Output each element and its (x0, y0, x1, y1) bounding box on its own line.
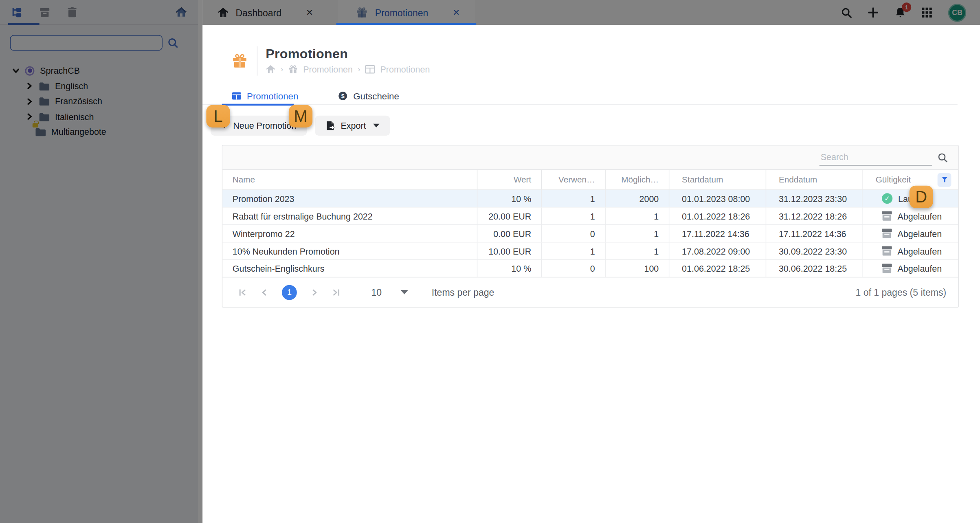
course-tree: SprachCB Englisch Französisch Italienisc… (0, 57, 198, 140)
first-page-button[interactable] (239, 288, 247, 296)
folder-icon (35, 127, 46, 136)
notifications-bell-icon[interactable]: 1 (894, 7, 906, 18)
search-icon[interactable] (938, 152, 948, 163)
breadcrumb-item[interactable]: Promotionen (380, 64, 430, 75)
tab-dashboard[interactable]: Dashboard ✕ (202, 0, 327, 25)
table-icon (232, 92, 241, 100)
tab-label: Gutscheine (353, 91, 399, 101)
home-icon[interactable] (266, 65, 276, 74)
column-header-enddatum[interactable]: Enddatum (766, 170, 862, 189)
status-active-icon: ✓ (882, 193, 892, 204)
column-header-name[interactable]: Name (222, 170, 477, 189)
gift-icon (231, 53, 248, 69)
window-tabbar: Dashboard ✕ Promotionen ✕ 1 CB (202, 0, 980, 25)
tree-node-franzoesisch[interactable]: Französisch (0, 94, 198, 109)
table-row[interactable]: 10% Neukunden Promotion 10.00 EUR 1 1 17… (222, 242, 958, 259)
table-icon (365, 65, 376, 74)
next-page-button[interactable] (312, 288, 317, 296)
tree-node-italienisch[interactable]: Italienisch (0, 109, 198, 125)
trash-icon[interactable] (66, 7, 78, 18)
home-icon (218, 7, 229, 18)
chevron-down-icon (373, 124, 379, 127)
chevron-right-icon[interactable] (26, 98, 33, 105)
tree-node-label[interactable]: Multiangebote (51, 127, 106, 137)
chevron-right-icon[interactable] (26, 113, 33, 120)
prev-page-button[interactable] (262, 288, 267, 296)
notification-count-badge: 1 (902, 2, 911, 12)
sidebar-search-input[interactable] (10, 35, 163, 51)
tab-label: Dashboard (235, 7, 281, 18)
status-expired-icon (882, 229, 892, 238)
add-icon[interactable] (868, 7, 879, 18)
status-expired-icon (882, 264, 892, 273)
page-size-select[interactable]: 10 (371, 287, 408, 297)
status-expired-icon (882, 246, 892, 256)
annotation-badge-M: M (289, 105, 312, 127)
tab-label: Promotionen (247, 91, 298, 101)
filter-funnel-icon (941, 176, 948, 183)
tree-node-root[interactable]: SprachCB (0, 63, 198, 79)
tab-gutscheine[interactable]: $ Gutscheine (338, 87, 399, 105)
gift-icon (356, 6, 368, 19)
pagination-summary: 1 of 1 pages (5 items) (856, 287, 947, 297)
filter-button[interactable] (938, 173, 951, 187)
table-header-row: Name Wert Verwen… Möglich… Startdatum En… (222, 170, 958, 189)
coupon-dollar-icon: $ (338, 91, 347, 101)
chevron-down-icon[interactable] (13, 67, 20, 74)
divider (257, 46, 258, 76)
apps-grid-icon[interactable] (921, 7, 933, 18)
sidebar-gutter (198, 0, 202, 523)
export-file-icon (326, 121, 335, 131)
table-row[interactable]: Winterpromo 22 0.00 EUR 0 1 17.11.2022 1… (222, 224, 958, 242)
table-search (820, 150, 932, 165)
tree-node-label[interactable]: Englisch (55, 81, 88, 91)
sidebar-search (0, 25, 198, 57)
table-row[interactable]: Rabatt für erstmalige Buchung 2022 20.00… (222, 207, 958, 224)
search-icon[interactable] (841, 7, 852, 18)
svg-text:$: $ (341, 93, 345, 99)
column-header-startdatum[interactable]: Startdatum (669, 170, 766, 189)
table-pagination: 1 10 Items per page 1 of 1 pages (5 item… (222, 277, 958, 307)
tab-label: Promotionen (375, 7, 428, 18)
tree-node-englisch[interactable]: Englisch (0, 79, 198, 94)
sidebar: SprachCB Englisch Französisch Italienisc… (0, 0, 198, 523)
avatar[interactable]: CB (948, 3, 966, 21)
tree-node-label[interactable]: Französisch (55, 97, 102, 107)
folder-icon (39, 97, 49, 105)
folder-icon (39, 82, 49, 90)
column-header-gueltigkeit[interactable]: Gültigkeit (863, 170, 958, 189)
column-header-moeglich[interactable]: Möglich… (606, 170, 670, 189)
table-row[interactable]: Promotion 2023 10 % 1 2000 01.01.2023 08… (222, 189, 958, 207)
tree-view-icon[interactable] (11, 7, 23, 18)
close-tab-icon[interactable]: ✕ (453, 8, 460, 17)
close-tab-icon[interactable]: ✕ (306, 8, 313, 17)
current-page-button[interactable]: 1 (282, 285, 297, 300)
archive-icon[interactable] (39, 7, 50, 18)
breadcrumb-separator: › (358, 65, 360, 74)
breadcrumb-item[interactable]: Promotionen (303, 64, 353, 75)
breadcrumb: › Promotionen › Promotionen (266, 64, 430, 75)
active-window-tab-indicator (336, 23, 477, 25)
table-row[interactable]: Gutschein-Englischkurs 10 % 0 100 01.06.… (222, 259, 958, 277)
main-content: Promotionen › Promotionen › Promotionen … (202, 25, 980, 523)
table-toolbar (222, 146, 958, 170)
sidebar-toolbar (0, 0, 198, 25)
sidebar-search-icon[interactable] (167, 37, 179, 48)
last-page-button[interactable] (332, 288, 340, 296)
tab-promotionen[interactable]: Promotionen ✕ (338, 0, 475, 25)
breadcrumb-separator: › (281, 65, 283, 74)
tree-node-label[interactable]: Italienisch (55, 112, 94, 122)
column-header-wert[interactable]: Wert (477, 170, 542, 189)
chevron-right-icon[interactable] (26, 83, 33, 90)
table-search-input[interactable] (820, 150, 932, 165)
gift-icon (288, 64, 298, 75)
annotation-badge-D: D (910, 186, 933, 208)
home-icon[interactable] (176, 7, 187, 18)
tree-node-multiangebote[interactable]: Multiangebote (0, 124, 198, 140)
page-header: Promotionen › Promotionen › Promotionen (202, 25, 980, 75)
export-button[interactable]: Export (315, 116, 390, 136)
column-header-verwendungen[interactable]: Verwen… (542, 170, 606, 189)
tree-node-label[interactable]: SprachCB (40, 66, 80, 76)
tab-promotionen-inner[interactable]: Promotionen (232, 87, 298, 105)
status-expired-icon (882, 211, 892, 221)
